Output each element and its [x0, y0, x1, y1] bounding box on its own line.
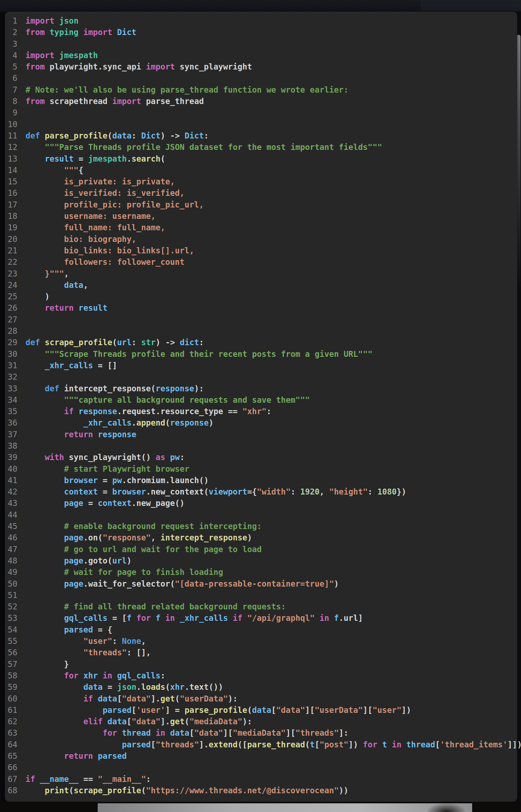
line-number: 9 [6, 107, 17, 118]
code-text: page.on("response", intercept_response) [25, 532, 252, 543]
line-number: 26 [6, 302, 17, 314]
code-text: import jmespath [25, 50, 98, 61]
line-number: 62 [6, 716, 17, 727]
line-number: 57 [6, 659, 17, 670]
code-line: 14 """{ [6, 164, 517, 176]
code-line: 11def parse_profile(data: Dict) -> Dict: [6, 130, 517, 141]
line-number: 42 [6, 486, 17, 498]
code-line: 64 parsed["threads"].extend([parse_threa… [6, 739, 517, 750]
code-line: 66 [6, 762, 517, 773]
code-line: 6 [6, 72, 517, 84]
code-line: 49 # wait for page to finish loading [6, 567, 517, 578]
code-line: 52 # find all thread related background … [6, 601, 517, 612]
line-number: 49 [6, 567, 17, 578]
line-number: 28 [6, 325, 17, 337]
code-line: 24 data, [6, 280, 517, 291]
code-line: 56 "threads": [], [6, 647, 517, 658]
code-line: 57 } [6, 659, 517, 670]
line-number: 60 [6, 693, 17, 704]
line-number: 25 [6, 291, 17, 302]
code-text: username: username, [25, 211, 156, 222]
line-number: 37 [6, 429, 17, 440]
line-number: 30 [6, 348, 17, 360]
line-number: 6 [6, 72, 17, 84]
code-text: """Parse Threads profile JSON dataset fo… [25, 141, 382, 153]
code-line: 19 full_name: full_name, [6, 222, 517, 233]
page-top-right-patch [421, 0, 521, 11]
code-text: data, [25, 280, 88, 291]
code-text: if data["data"].get("userData"): [25, 693, 238, 704]
code-line: 67if __name__ == "__main__": [6, 773, 517, 785]
line-number: 43 [6, 498, 17, 509]
line-number: 8 [6, 95, 17, 107]
code-text: from playwright.sync_api import sync_pla… [25, 61, 252, 72]
line-number: 40 [6, 463, 17, 475]
line-number: 47 [6, 544, 17, 555]
code-text: import json [25, 15, 78, 27]
code-text: data = json.loads(xhr.text()) [25, 681, 223, 693]
code-line: 40 # start Playwright browser [6, 463, 517, 475]
code-text: from scrapethread import parse_thread [25, 95, 204, 107]
line-number: 33 [6, 383, 17, 394]
line-number: 20 [6, 234, 17, 245]
code-line: 18 username: username, [6, 211, 517, 222]
code-text: result = jmespath.search( [25, 153, 165, 164]
code-text: parsed["threads"].extend([parse_thread(t… [25, 739, 521, 750]
code-line: 33 def intercept_response(response): [6, 383, 517, 394]
line-number: 7 [6, 84, 17, 95]
code-block: 1import json2from typing import Dict34im… [6, 15, 517, 796]
code-text: return result [25, 302, 108, 314]
code-line: 1import json [6, 15, 517, 27]
code-text: ) [25, 291, 50, 302]
line-number: 64 [6, 739, 17, 750]
line-number: 15 [6, 176, 17, 188]
code-text: """{ [25, 164, 83, 176]
code-line: 62 elif data["data"].get("mediaData"): [6, 716, 517, 727]
code-text: gql_calls = [f for f in _xhr_calls if "/… [25, 612, 363, 624]
code-line: 23 }""", [6, 268, 517, 280]
code-text: """capture all background requests and s… [25, 394, 310, 406]
line-number: 5 [6, 61, 17, 72]
line-number: 41 [6, 475, 17, 486]
code-line: 60 if data["data"].get("userData"): [6, 693, 517, 704]
code-text: with sync_playwright() as pw: [25, 452, 184, 463]
code-text: if __name__ == "__main__": [25, 773, 151, 785]
line-number: 65 [6, 750, 17, 762]
line-number: 35 [6, 406, 17, 417]
code-line: 12 """Parse Threads profile JSON dataset… [6, 141, 517, 153]
code-line: 48 page.goto(url) [6, 555, 517, 567]
line-number: 13 [6, 153, 17, 164]
line-number: 23 [6, 268, 17, 280]
code-text: return parsed [25, 750, 127, 762]
line-number: 46 [6, 532, 17, 543]
code-line: 58 for xhr in gql_calls: [6, 670, 517, 681]
line-number: 58 [6, 670, 17, 681]
code-text: context = browser.new_context(viewport={… [25, 486, 406, 498]
code-line: 2from typing import Dict [6, 27, 517, 38]
line-number: 16 [6, 188, 17, 199]
line-number: 66 [6, 762, 17, 773]
code-line: 46 page.on("response", intercept_respons… [6, 532, 517, 543]
code-line: 53 gql_calls = [f for f in _xhr_calls if… [6, 612, 517, 624]
code-text: for xhr in gql_calls: [25, 670, 165, 681]
code-line: 68 print(scrape_profile("https://www.thr… [6, 785, 517, 796]
code-line: 20 bio: biography, [6, 234, 517, 245]
code-line: 22 followers: follower_count [6, 256, 517, 268]
code-line: 26 return result [6, 302, 517, 314]
code-text: for thread in data["data"]["mediaData"][… [25, 727, 348, 739]
line-number: 17 [6, 199, 17, 211]
line-number: 11 [6, 130, 17, 141]
line-number: 68 [6, 785, 17, 796]
code-text: parsed = { [25, 624, 112, 635]
line-number: 55 [6, 635, 17, 647]
line-number: 38 [6, 440, 17, 452]
page-scrollbar[interactable] [517, 35, 520, 293]
line-number: 24 [6, 280, 17, 291]
code-line: 17 profile_pic: profile_pic_url, [6, 199, 517, 211]
code-line: 44 [6, 509, 517, 521]
line-number: 51 [6, 590, 17, 601]
line-number: 21 [6, 245, 17, 256]
code-line: 59 data = json.loads(xhr.text()) [6, 681, 517, 693]
code-line: 27 [6, 314, 517, 325]
code-text: bio_links: bio_links[].url, [25, 245, 194, 256]
